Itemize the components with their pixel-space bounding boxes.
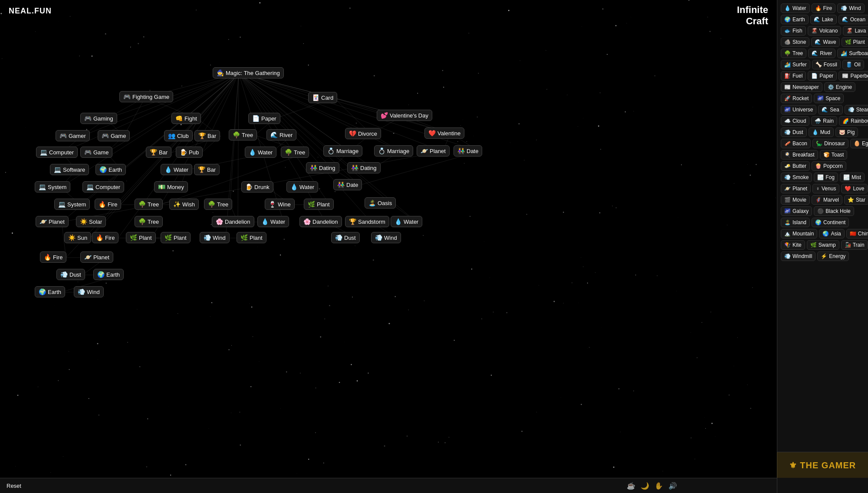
node-wind1[interactable]: 💨Wind	[200, 232, 230, 243]
node-gaming[interactable]: 🎮Gaming	[80, 113, 117, 124]
node-marriage1[interactable]: 💍Marriage	[323, 145, 362, 157]
node-sandstorm[interactable]: 🏆Sandstorm	[345, 216, 389, 227]
node-water2[interactable]: 💧Water	[161, 164, 192, 175]
sidebar-item-tree[interactable]: 🌳Tree	[781, 49, 806, 58]
sidebar-item-surfer[interactable]: 🏄Surfer	[781, 60, 810, 69]
sidebar-item-sea[interactable]: 🌊Sea	[818, 105, 842, 114]
node-bar2[interactable]: 🏆Bar	[146, 147, 171, 158]
sidebar-item-breakfast[interactable]: 🍳Breakfast	[781, 150, 818, 160]
node-fire3[interactable]: 🔥Fire	[40, 251, 66, 263]
sidebar-item-egg[interactable]: 🥚Egg	[850, 139, 868, 148]
sidebar-item-island[interactable]: 🏝️Island	[781, 218, 810, 227]
node-tree2[interactable]: 🌳Tree	[281, 147, 309, 158]
node-paper[interactable]: 📄Paper	[248, 113, 280, 124]
node-dandelion1[interactable]: 🌸Dandelion	[212, 216, 254, 227]
sidebar-item-ocean[interactable]: 🌊Ocean	[838, 15, 868, 24]
node-dandelion2[interactable]: 🌸Dandelion	[299, 216, 342, 227]
sidebar-item-paper[interactable]: 📄Paper	[808, 71, 837, 81]
node-plant1[interactable]: 🌿Plant	[304, 199, 334, 210]
node-valentines-day[interactable]: 💕Valentine's Day	[377, 110, 432, 121]
sidebar-item-water[interactable]: 💧Water	[781, 3, 810, 13]
node-valentine[interactable]: ❤️Valentine	[424, 127, 464, 139]
sidebar-item-universe[interactable]: 🌌Universe	[781, 105, 816, 114]
node-magic[interactable]: 🧙Magic: The Gathering	[213, 67, 284, 78]
sidebar-item-movie[interactable]: 🎬Movie	[781, 195, 810, 205]
sidebar-item-planet[interactable]: 🪐Planet	[781, 184, 811, 193]
sidebar-item-pig[interactable]: 🐷Pig	[835, 127, 858, 137]
sidebar-item-venus[interactable]: ♀️Venus	[812, 184, 839, 193]
sidebar-item-earth[interactable]: 🌍Earth	[781, 15, 809, 24]
sidebar-item-lake[interactable]: 🌊Lake	[810, 15, 837, 24]
sidebar-item-dust[interactable]: 💨Dust	[781, 127, 807, 137]
node-software[interactable]: 💻Software	[50, 164, 89, 175]
sidebar-item-mountain[interactable]: 🏔️Mountain	[781, 229, 817, 238]
node-gamer[interactable]: 🎮Gamer	[56, 130, 90, 141]
node-water1[interactable]: 💧Water	[245, 147, 276, 158]
sidebar-item-plant[interactable]: 🌿Plant	[842, 37, 868, 47]
node-wine[interactable]: 🍷Wine	[265, 199, 295, 210]
node-solar[interactable]: ☀️Solar	[76, 216, 106, 227]
sidebar-item-train[interactable]: 🚂Train	[841, 240, 868, 250]
sidebar-item-oil[interactable]: 🛢️Oil	[842, 60, 864, 69]
node-fire1[interactable]: 🔥Fire	[95, 199, 121, 210]
node-marriage2[interactable]: 💍Marriage	[374, 145, 413, 157]
sidebar-item-newspaper[interactable]: 📰Newspaper	[781, 82, 822, 92]
node-tree1[interactable]: 🌳Tree	[229, 129, 257, 140]
node-wind2[interactable]: 💨Wind	[371, 232, 401, 243]
volume-icon[interactable]: 🔊	[668, 482, 677, 490]
node-divorce[interactable]: 💔Divorce	[345, 128, 381, 139]
sidebar-item-windmill[interactable]: 💨Windmill	[781, 251, 815, 261]
node-date2[interactable]: 👫Date	[333, 179, 362, 190]
node-earth3[interactable]: 🌍Earth	[35, 286, 65, 297]
sidebar-item-surfboard[interactable]: 🏄Surfboard	[837, 49, 868, 58]
sidebar-item-fog[interactable]: 🌫️Fog	[814, 173, 838, 182]
hand-icon[interactable]: ✋	[654, 482, 663, 490]
sidebar-item-engine[interactable]: ⚙️Engine	[824, 82, 855, 92]
sidebar-item-space[interactable]: 🌌Space	[814, 94, 844, 103]
coffee-icon[interactable]: ☕	[627, 482, 635, 490]
node-game1[interactable]: 🎮Game	[98, 130, 130, 141]
sidebar-item-rainbow[interactable]: 🌈Rainbow	[839, 116, 868, 126]
sidebar-item-paperboy[interactable]: 📰Paperboy	[838, 71, 868, 81]
sidebar-item-love[interactable]: ❤️Love	[841, 184, 868, 193]
moon-icon[interactable]: 🌙	[641, 482, 649, 490]
node-computer1[interactable]: 💻Computer	[36, 147, 78, 158]
sidebar-item-toast[interactable]: 🍞Toast	[820, 150, 848, 160]
node-bar1[interactable]: 🏆Bar	[194, 130, 220, 141]
sidebar-item-fuel[interactable]: ⛽Fuel	[781, 71, 806, 81]
node-plant2[interactable]: 🌿Plant	[126, 232, 156, 243]
node-fire2[interactable]: 🔥Fire	[92, 232, 118, 243]
sidebar-item-wind[interactable]: 💨Wind	[837, 3, 864, 13]
sidebar-item-lava[interactable]: 🌋Lava	[843, 26, 868, 36]
node-plant3[interactable]: 🌿Plant	[161, 232, 191, 243]
sidebar-item-fossil[interactable]: 🦴Fossil	[812, 60, 841, 69]
sidebar-item-fire[interactable]: 🔥Fire	[812, 3, 836, 13]
sidebar-item-bacon[interactable]: 🥓Bacon	[781, 139, 811, 148]
node-tree3[interactable]: 🌳Tree	[135, 199, 163, 210]
node-system1[interactable]: 💻System	[35, 181, 70, 193]
sidebar-item-continent[interactable]: 🌍Continent	[812, 218, 849, 227]
sidebar-item-fish[interactable]: 🐟Fish	[781, 26, 806, 36]
node-dust2[interactable]: 💨Dust	[56, 269, 85, 280]
node-game2[interactable]: 🎮Game	[80, 147, 112, 158]
sidebar-item-energy[interactable]: ⚡Energy	[817, 251, 849, 261]
node-fight[interactable]: 👊Fight	[171, 113, 201, 124]
node-water5[interactable]: 💧Water	[391, 216, 422, 227]
sidebar-item-marvel[interactable]: 🦸Marvel	[812, 195, 842, 205]
node-planet2[interactable]: 🪐Planet	[36, 216, 69, 227]
sidebar-item-asia[interactable]: 🌏Asia	[819, 229, 844, 238]
node-river1[interactable]: 🌊River	[266, 129, 296, 140]
node-date1[interactable]: 👫Date	[454, 145, 482, 157]
sidebar-item-china[interactable]: 🇨🇳China	[846, 229, 868, 238]
sidebar-item-popcorn[interactable]: 🍿Popcorn	[812, 161, 846, 171]
node-dating1[interactable]: 👫Dating	[306, 162, 339, 173]
sidebar-item-steam[interactable]: 💨Steam	[845, 105, 868, 114]
sidebar-item-butter[interactable]: 🧈Butter	[781, 161, 810, 171]
node-wish[interactable]: ✨Wish	[169, 199, 199, 210]
node-club[interactable]: 👥Club	[164, 130, 193, 141]
sidebar-item-rocket[interactable]: 🚀Rocket	[781, 94, 812, 103]
node-water3[interactable]: 💧Water	[286, 181, 318, 193]
sidebar-item-galaxy[interactable]: 🌌Galaxy	[781, 206, 812, 216]
node-computer2[interactable]: 💻Computer	[82, 181, 124, 193]
node-earth2[interactable]: 🌍Earth	[93, 269, 124, 280]
